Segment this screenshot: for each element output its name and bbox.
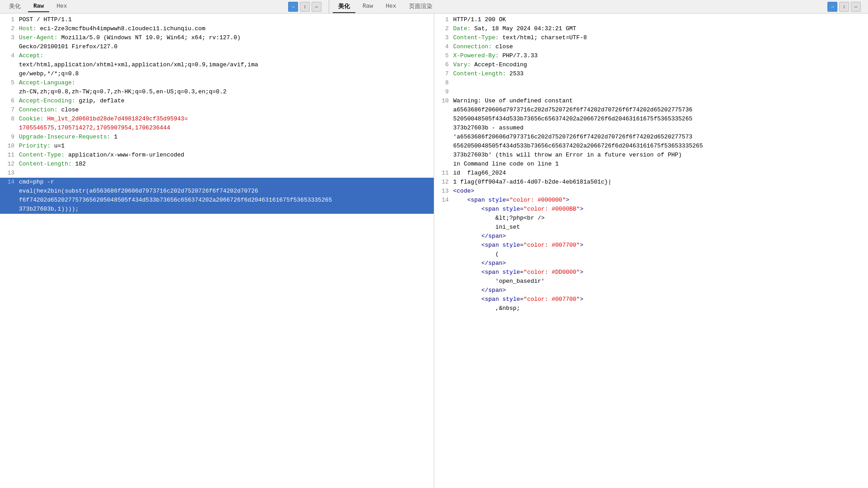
r-line-10g: 373b27603b' (this will throw an Error in… xyxy=(434,151,868,160)
r-line-3: 3 Content-Type: text/html; charset=UTF-8 xyxy=(434,33,868,42)
r-line-10h: in Command line code on line 1 xyxy=(434,160,868,169)
line-4b: text/html,application/xhtml+xml,applicat… xyxy=(0,60,434,69)
line-2: 2 Host: eci-2ze3cmcfbu4h4impwwh8.cloudec… xyxy=(0,24,434,33)
line-8b: 1705546575,1705714272,1705907954,1706236… xyxy=(0,124,434,133)
top-bar: 美化 Raw Hex → ↕ — 美化 Raw Hex 页面渲染 → ↕ — xyxy=(0,0,868,14)
tab-left-raw[interactable]: Raw xyxy=(28,1,49,12)
r-line-10f: 6562050048505f434d533b73656c656374202a20… xyxy=(434,142,868,151)
left-action-btn2[interactable]: ↕ xyxy=(300,2,310,12)
r-line-14c: &lt;?php<br /> xyxy=(434,214,868,223)
tab-right-beautify[interactable]: 美化 xyxy=(333,0,355,13)
right-action-btn1[interactable]: → xyxy=(827,2,837,12)
r-line-14f: <span style="color: #007700"> xyxy=(434,241,868,250)
r-line-12: 12 1 flag{0ff904a7-ad16-4d07-b2de-4eb618… xyxy=(434,178,868,187)
line-10: 10 Priority: u=1 xyxy=(0,142,434,151)
r-line-10: 10 Warning: Use of undefined constant xyxy=(434,97,868,106)
r-line-10c: 52050048505f434d533b73656c656374202a2066… xyxy=(434,115,868,124)
right-code-area[interactable]: 1 HTTP/1.1 200 OK 2 Date: Sat, 18 May 20… xyxy=(434,14,868,488)
r-line-7: 7 Content-Length: 2533 xyxy=(434,69,868,78)
line-4: 4 Accept: xyxy=(0,51,434,60)
r-line-14g: ( xyxy=(434,250,868,259)
r-line-9: 9 xyxy=(434,87,868,97)
line-8: 8 Cookie: Hm_lvt_2d0601bd28de7d49818249c… xyxy=(0,115,434,124)
line-7: 7 Connection: close xyxy=(0,106,434,115)
r-line-8: 8 xyxy=(434,78,868,87)
tab-right-hex[interactable]: Hex xyxy=(380,1,401,12)
line-5b: zh-CN,zh;q=0.8,zh-TW;q=0.7,zh-HK;q=0.5,e… xyxy=(0,87,434,97)
right-panel-tabs: 美化 Raw Hex 页面渲染 → ↕ — xyxy=(329,0,868,13)
left-action-btn3[interactable]: — xyxy=(312,2,321,12)
tab-right-raw[interactable]: Raw xyxy=(357,1,378,12)
tab-right-pagerender[interactable]: 页面渲染 xyxy=(404,0,438,13)
left-code-area[interactable]: 1 POST / HTTP/1.1 2 Host: eci-2ze3cmcfbu… xyxy=(0,14,434,488)
left-panel-tabs: 美化 Raw Hex → ↕ — xyxy=(0,0,329,13)
r-line-14e: </span> xyxy=(434,232,868,241)
r-line-2: 2 Date: Sat, 18 May 2024 04:32:21 GMT xyxy=(434,24,868,33)
tab-left-hex[interactable]: Hex xyxy=(51,1,72,12)
left-action-btn1[interactable]: → xyxy=(288,2,298,12)
line-3: 3 User-Agent: Mozilla/5.0 (Windows NT 10… xyxy=(0,33,434,42)
line-4c: ge/webp,*/*;q=0.8 xyxy=(0,69,434,78)
r-line-10e: 'a6563686f20606d7973716c202d7520726f6f74… xyxy=(434,133,868,142)
r-line-6: 6 Vary: Accept-Encoding xyxy=(434,60,868,69)
line-14d: 373b27603b,1)))); xyxy=(0,205,434,214)
line-11: 11 Content-Type: application/x-www-form-… xyxy=(0,151,434,160)
line-1: 1 POST / HTTP/1.1 xyxy=(0,15,434,24)
r-line-10d: 373b27603b - assumed xyxy=(434,124,868,133)
r-line-14h: </span> xyxy=(434,259,868,268)
line-5: 5 Accept-Language: xyxy=(0,78,434,87)
line-6: 6 Accept-Encoding: gzip, deflate xyxy=(0,97,434,106)
left-panel: 1 POST / HTTP/1.1 2 Host: eci-2ze3cmcfbu… xyxy=(0,14,434,488)
right-action-btn2[interactable]: ↕ xyxy=(839,2,849,12)
r-line-1: 1 HTTP/1.1 200 OK xyxy=(434,15,868,24)
right-tab-actions: → ↕ — xyxy=(827,2,864,12)
r-line-11: 11 id flag66_2024 xyxy=(434,169,868,178)
line-3b: Gecko/20100101 Firefox/127.0 xyxy=(0,42,434,51)
line-9: 9 Upgrade-Insecure-Requests: 1 xyxy=(0,133,434,142)
r-line-14k: </span> xyxy=(434,286,868,295)
r-line-5: 5 X-Powered-By: PHP/7.3.33 xyxy=(434,51,868,60)
r-line-14j: 'open_basedir' xyxy=(434,277,868,286)
line-14c: f6f74202d6520277573656205048505f434d533b… xyxy=(0,196,434,205)
r-line-4: 4 Connection: close xyxy=(434,42,868,51)
left-tab-actions: → ↕ — xyxy=(288,2,325,12)
r-line-14i: <span style="color: #DD0000"> xyxy=(434,268,868,277)
line-13: 13 xyxy=(0,169,434,178)
r-line-14d: ini_set xyxy=(434,223,868,232)
right-action-btn3[interactable]: — xyxy=(851,2,861,12)
line-14: 14 cmd=php -r xyxy=(0,178,434,187)
r-line-14l: <span style="color: #007700"> xyxy=(434,295,868,304)
r-line-10b: a6563686f20606d7973716c202d7520726f6f742… xyxy=(434,106,868,115)
main-content: 1 POST / HTTP/1.1 2 Host: eci-2ze3cmcfbu… xyxy=(0,14,868,488)
r-line-14b: <span style="color: #0000BB"> xyxy=(434,205,868,214)
r-line-14m: ,&nbsp; xyxy=(434,304,868,313)
r-line-13: 13 <code> xyxy=(434,187,868,196)
right-panel: 1 HTTP/1.1 200 OK 2 Date: Sat, 18 May 20… xyxy=(434,14,868,488)
tab-left-beautify[interactable]: 美化 xyxy=(4,0,26,13)
r-line-14: 14 <span style="color: #000000"> xyxy=(434,196,868,205)
line-12: 12 Content-Length: 182 xyxy=(0,160,434,169)
line-14b: eval(hex2bin(substr(a6563686f20606d79737… xyxy=(0,187,434,196)
